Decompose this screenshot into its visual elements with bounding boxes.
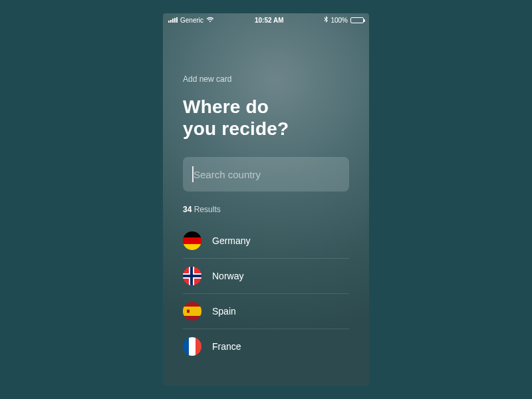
- battery-pct: 100%: [331, 17, 348, 24]
- country-item-germany[interactable]: Germany: [183, 223, 349, 259]
- country-name: France: [212, 341, 241, 352]
- results-count: 34: [183, 205, 192, 214]
- page-title: Where do you recide?: [183, 96, 349, 140]
- country-list: Germany Norway Spain France: [183, 223, 349, 364]
- results-summary: 34 Results: [183, 205, 349, 214]
- country-name: Germany: [212, 235, 251, 246]
- country-item-france[interactable]: France: [183, 329, 349, 364]
- breadcrumb: Add new card: [183, 74, 349, 84]
- search-input[interactable]: [183, 157, 349, 192]
- text-caret: [192, 166, 194, 182]
- carrier-label: Generic: [180, 17, 203, 24]
- clock: 10:52 AM: [255, 17, 284, 24]
- title-line-1: Where do: [183, 96, 269, 117]
- phone-frame: Generic 10:52 AM 100% Add new card Where…: [163, 13, 369, 386]
- wifi-icon: [206, 17, 214, 24]
- battery-icon: [350, 17, 364, 23]
- status-bar: Generic 10:52 AM 100%: [163, 13, 369, 27]
- signal-icon: [168, 17, 178, 23]
- search-field-wrap: [183, 157, 349, 192]
- bluetooth-icon: [324, 16, 328, 24]
- flag-icon-france: [183, 337, 201, 356]
- title-line-2: you recide?: [183, 118, 289, 139]
- flag-icon-spain: [183, 302, 201, 321]
- country-name: Norway: [212, 271, 243, 281]
- country-item-norway[interactable]: Norway: [183, 259, 349, 294]
- flag-icon-norway: [183, 267, 201, 285]
- country-name: Spain: [212, 306, 236, 317]
- country-item-spain[interactable]: Spain: [183, 294, 349, 329]
- flag-icon-germany: [183, 231, 201, 250]
- results-label-text: Results: [194, 205, 221, 214]
